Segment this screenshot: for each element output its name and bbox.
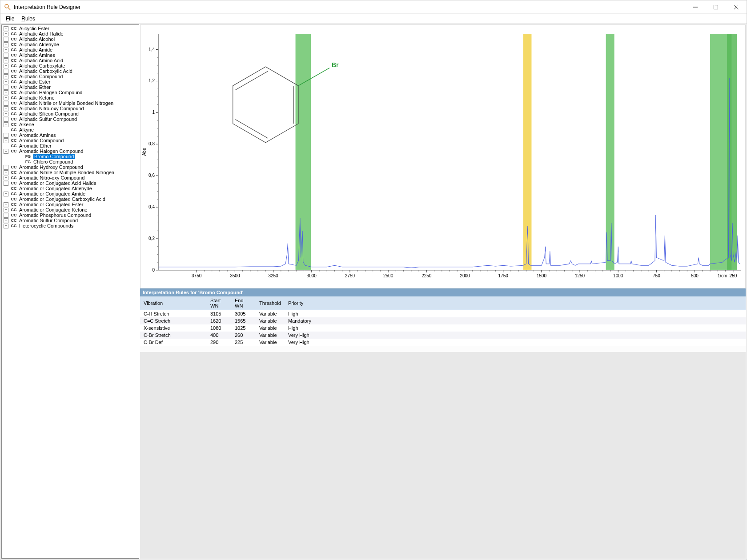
expander-icon[interactable]: [4, 144, 8, 148]
expander-icon[interactable]: +: [4, 213, 8, 218]
tree-item[interactable]: +CCAliphatic Aldehyde: [2, 42, 139, 47]
menu-rules[interactable]: Rules: [18, 15, 39, 23]
table-row[interactable]: C=C Stretch16201565VariableMandatory: [140, 317, 746, 324]
tree-item[interactable]: +CCAromatic Nitrile or Multiple Bonded N…: [2, 170, 139, 175]
tree-item[interactable]: +CCAliphatic Carboxylate: [2, 63, 139, 68]
expander-icon[interactable]: +: [4, 122, 8, 127]
expander-icon[interactable]: +: [4, 80, 8, 84]
tree-item[interactable]: +CCAromatic Nitro-oxy Compound: [2, 175, 139, 180]
tree-item[interactable]: +CCAromatic Amines: [2, 132, 139, 138]
table-header[interactable]: Priority: [285, 296, 746, 310]
minimize-button[interactable]: [685, 0, 706, 14]
node-label: Aliphatic Amino Acid: [19, 58, 63, 63]
expander-icon[interactable]: +: [4, 48, 8, 52]
tree-item-child[interactable]: FGBromo Compound: [2, 154, 139, 159]
tree-item[interactable]: +CCAlicyclic Ester: [2, 26, 139, 31]
tree-item[interactable]: +CCAromatic or Conjugated Amide: [2, 191, 139, 196]
svg-text:3250: 3250: [268, 273, 278, 278]
expander-icon[interactable]: +: [4, 218, 8, 223]
expander-icon[interactable]: +: [4, 112, 8, 116]
close-button[interactable]: [726, 0, 747, 14]
expander-icon[interactable]: +: [4, 90, 8, 95]
expander-icon[interactable]: +: [4, 64, 8, 68]
tree-item[interactable]: CCAromatic or Conjugated Carboxylic Acid: [2, 196, 139, 202]
table-row[interactable]: C-H Stretch31053005VariableHigh: [140, 310, 746, 318]
compound-tree[interactable]: +CCAlicyclic Ester+CCAliphatic Acid Hali…: [1, 24, 139, 559]
tree-item[interactable]: +CCAliphatic Ester: [2, 79, 139, 84]
tree-item[interactable]: CCAromatic Ether: [2, 143, 139, 148]
expander-icon[interactable]: +: [4, 192, 8, 196]
tree-item[interactable]: +CCAliphatic Compound: [2, 74, 139, 79]
expander-icon[interactable]: [4, 128, 8, 132]
table-row[interactable]: C-Br Def290225VariableVery High: [140, 339, 746, 346]
tree-item[interactable]: CCAromatic or Conjugated Aldehyde: [2, 186, 139, 191]
expander-icon[interactable]: +: [4, 202, 8, 207]
expander-icon[interactable]: −: [4, 149, 8, 154]
tree-item[interactable]: +CCAliphatic Nitro-oxy Compound: [2, 106, 139, 111]
expander-icon[interactable]: +: [4, 133, 8, 138]
node-label: Aliphatic Nitro-oxy Compound: [19, 106, 84, 111]
tree-item[interactable]: +CCAromatic Sulfur Compound: [2, 218, 139, 223]
tree-item[interactable]: +CCAromatic Hydroxy Compound: [2, 164, 139, 170]
tree-item[interactable]: +CCAliphatic Amines: [2, 52, 139, 58]
expander-icon[interactable]: +: [4, 96, 8, 100]
tree-item[interactable]: +CCAliphatic Sulfur Compound: [2, 116, 139, 122]
expander-icon[interactable]: +: [4, 74, 8, 79]
expander-icon[interactable]: +: [4, 42, 8, 47]
expander-icon[interactable]: +: [4, 37, 8, 42]
tree-item[interactable]: +CCAliphatic Amide: [2, 47, 139, 52]
node-type-label: CC: [10, 207, 17, 212]
spectrum-chart[interactable]: 00,20,40,60,811,21,437503500325030002750…: [140, 24, 746, 288]
expander-icon[interactable]: +: [4, 181, 8, 186]
table-header[interactable]: End WN: [231, 296, 256, 310]
menubar: File Rules: [0, 14, 747, 24]
rules-table[interactable]: VibrationStart WNEnd WNThresholdPriority…: [140, 296, 746, 352]
tree-item[interactable]: +CCAlkene: [2, 122, 139, 127]
table-row[interactable]: C-Br Stretch400260VariableVery High: [140, 332, 746, 339]
expander-icon[interactable]: +: [4, 85, 8, 90]
expander-icon[interactable]: +: [4, 106, 8, 111]
tree-item[interactable]: +CCAliphatic Acid Halide: [2, 31, 139, 36]
expander-icon[interactable]: +: [4, 26, 8, 31]
tree-item[interactable]: +CCAromatic Compound: [2, 138, 139, 143]
tree-item-child[interactable]: FGChloro Compound: [2, 159, 139, 164]
tree-item[interactable]: +CCAliphatic Amino Acid: [2, 58, 139, 63]
maximize-button[interactable]: [706, 0, 726, 14]
expander-icon[interactable]: [4, 186, 8, 191]
tree-item[interactable]: +CCAromatic or Conjugated Ketone: [2, 207, 139, 212]
table-row[interactable]: X-sensistive10801025VariableHigh: [140, 324, 746, 332]
expander-icon[interactable]: +: [4, 170, 8, 175]
expander-icon[interactable]: +: [4, 165, 8, 170]
expander-icon[interactable]: +: [4, 53, 8, 58]
tree-item[interactable]: CCAlkyne: [2, 127, 139, 132]
tree-item[interactable]: +CCAromatic or Conjugated Acid Halide: [2, 180, 139, 186]
table-header[interactable]: Start WN: [207, 296, 231, 310]
expander-icon[interactable]: +: [4, 32, 8, 36]
expander-icon[interactable]: +: [4, 101, 8, 106]
table-header[interactable]: Threshold: [256, 296, 285, 310]
tree-item[interactable]: +CCAliphatic Halogen Compound: [2, 90, 139, 95]
expander-icon[interactable]: +: [4, 224, 8, 228]
tree-item[interactable]: +CCAromatic Phosphorus Compound: [2, 212, 139, 218]
expander-icon[interactable]: +: [4, 69, 8, 74]
tree-item[interactable]: +CCAliphatic Carboxylic Acid: [2, 68, 139, 74]
node-type-label: CC: [10, 74, 17, 79]
expander-icon[interactable]: +: [4, 58, 8, 63]
tree-item[interactable]: +CCAliphatic Nitrile or Multiple Bonded …: [2, 100, 139, 106]
expander-icon[interactable]: [4, 197, 8, 202]
tree-item[interactable]: +CCAliphatic Ketone: [2, 95, 139, 100]
tree-item[interactable]: −CCAromatic Halogen Compound: [2, 148, 139, 154]
svg-text:1: 1: [152, 110, 155, 115]
expander-icon[interactable]: +: [4, 176, 8, 180]
expander-icon[interactable]: +: [4, 117, 8, 122]
table-header[interactable]: Vibration: [140, 296, 207, 310]
menu-file[interactable]: File: [2, 15, 18, 23]
expander-icon[interactable]: +: [4, 138, 8, 143]
tree-item[interactable]: +CCAliphatic Alcohol: [2, 36, 139, 42]
expander-icon[interactable]: +: [4, 208, 8, 212]
tree-item[interactable]: +CCAliphatic Ether: [2, 84, 139, 90]
tree-item[interactable]: +CCHeterocyclic Compounds: [2, 223, 139, 228]
tree-item[interactable]: +CCAliphatic Silicon Compound: [2, 111, 139, 116]
node-label: Aliphatic Amide: [19, 47, 52, 52]
tree-item[interactable]: +CCAromatic or Conjugated Ester: [2, 202, 139, 207]
